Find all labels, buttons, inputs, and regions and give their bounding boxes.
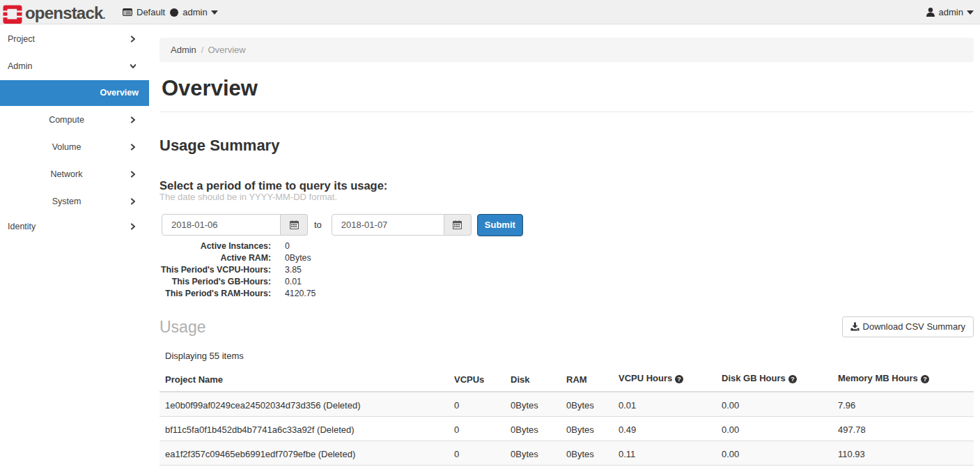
svg-text:?: ?	[923, 376, 927, 383]
svg-text:?: ?	[678, 376, 682, 383]
svg-text:?: ?	[791, 376, 795, 383]
